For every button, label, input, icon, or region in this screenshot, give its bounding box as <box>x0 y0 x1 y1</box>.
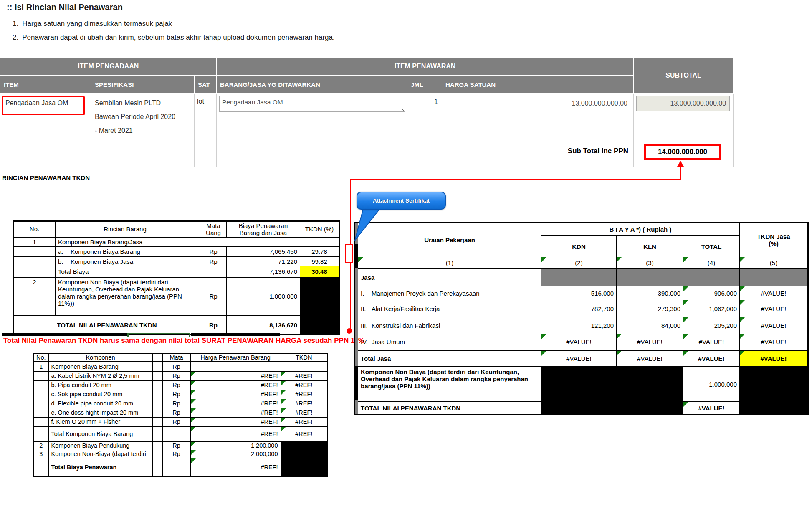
bt-row-label: b. Pipa conduit 20 mm <box>48 380 152 390</box>
note-number: 2. <box>13 33 18 42</box>
bt-row-mata: Rp <box>162 408 190 417</box>
rt-grand-tkdn-blocked <box>740 402 808 415</box>
rt-row-total: 906,000 <box>683 286 740 300</box>
lt-total-biaya-label: Total Biaya <box>56 266 195 277</box>
cell-value: 2,000,000 <box>251 451 278 457</box>
comment-flag-icon <box>281 408 286 413</box>
lt-r2-no: 2 <box>13 277 56 316</box>
bt-gap <box>152 450 162 458</box>
rt-gray-cell <box>541 269 617 286</box>
cell-value: (4) <box>708 259 715 266</box>
group-header-item-penawaran: ITEM PENAWARAN <box>217 58 634 76</box>
item-value: Pengadaan Jasa OM <box>5 99 68 106</box>
bt-header-no: No. <box>33 353 48 362</box>
rt-row-label: II.Alat Kerja/Fasilitas Kerja <box>358 300 541 317</box>
red-connector-horizontal <box>350 179 681 180</box>
attachment-sertifikat-callout: Attachment Sertifikat <box>357 192 446 210</box>
bt-gap <box>152 458 162 476</box>
cell-value: #REF! <box>295 382 312 388</box>
cell-value: #REF! <box>295 372 312 379</box>
rt-colnum: (1) <box>358 257 541 269</box>
row-label: Konstruksi dan Fabrikasi <box>372 322 440 329</box>
spesifikasi-line: Sembilan Mesin PLTD <box>95 96 194 110</box>
rt-nonbiaya-blocked <box>541 367 683 402</box>
comment-flag-icon <box>191 408 196 413</box>
bt-row-mata: Rp <box>162 441 190 450</box>
rt-row-tkdn: #VALUE! <box>740 286 808 300</box>
comment-flag-icon <box>191 381 196 386</box>
cell-value: #VALUE! <box>760 355 787 362</box>
lt-rb-tkdn: 99.82 <box>300 257 339 266</box>
comment-flag-icon <box>191 427 196 432</box>
rt-row-kln: #VALUE! <box>617 334 683 350</box>
gutter-strip-black-segment <box>355 366 358 400</box>
callout-tail-icon <box>353 206 383 242</box>
lt-empty <box>13 247 56 257</box>
rt-colnum: (5) <box>740 257 808 269</box>
note-item: 1.Harga satuan yang dimasukkan termasuk … <box>13 20 172 28</box>
rt-nonbiaya-total: 1,000,000 <box>683 367 740 402</box>
cell-spesifikasi: Sembilan Mesin PLTD Bawean Periode April… <box>91 94 195 167</box>
rt-row-label: IV.Jasa Umum <box>358 334 541 350</box>
lt-grand-tkdn-blocked <box>300 316 339 335</box>
bt-row-harga <box>190 362 281 371</box>
lt-gap <box>195 247 200 257</box>
bt-row-harga: #REF! <box>190 380 281 390</box>
bt-total-harga: #REF! <box>190 458 281 476</box>
comment-flag-icon <box>281 390 286 395</box>
bt-row-label: f. Klem O 20 mm + Fisher <box>48 417 152 426</box>
gutter-strip-black-segment <box>355 244 358 268</box>
underline-bar <box>191 333 280 336</box>
lt-grand-label: TOTAL NILAI PENAWARAN TKDN <box>13 316 200 335</box>
lt-header-mata: Mata Uang <box>200 221 227 237</box>
comment-flag-icon <box>683 286 688 291</box>
bt-row-tkdn: #REF! <box>281 380 327 390</box>
procurement-table: ITEM PENGADAAN ITEM PENAWARAN SUBTOTAL I… <box>0 57 733 167</box>
barang-textarea[interactable]: Pengadaan Jasa OM <box>219 96 405 112</box>
rt-header-biaya-group: B I A Y A *) ( Rupiah ) <box>541 223 740 236</box>
rt-row-tkdn: #VALUE! <box>740 300 808 317</box>
lt-header-rincian: Rincian Barang <box>56 221 195 237</box>
item-highlight-box: Pengadaan Jasa OM <box>2 96 85 115</box>
bt-row-label: Komponen Non-Biaya (dapat terdiri <box>48 450 152 458</box>
bt-row-tkdn-blocked <box>281 441 327 450</box>
bt-row-mata: Rp <box>162 390 190 399</box>
harga-satuan-input[interactable] <box>445 96 631 111</box>
cell-value: #REF! <box>261 372 278 379</box>
comment-flag-icon <box>191 372 196 377</box>
bt-gap <box>152 399 162 408</box>
bt-row-mata: Rp <box>162 380 190 390</box>
subtotal-input[interactable] <box>636 96 730 111</box>
red-attachment-marker-box <box>345 244 353 263</box>
comment-flag-icon <box>683 317 688 322</box>
bt-row-tkdn: #REF! <box>281 417 327 426</box>
bt-row-tkdn: #REF! <box>281 399 327 408</box>
spesifikasi-line: - Maret 2021 <box>95 124 194 137</box>
cell-value: #REF! <box>261 464 278 471</box>
rt-header-uraian: Uraian Pekerjaan <box>358 223 541 257</box>
rt-gray-cell <box>617 269 683 286</box>
comment-flag-icon <box>683 334 688 339</box>
comment-flag-icon <box>683 402 688 407</box>
page-title: :: Isi Rincian Nilai Penawaran <box>7 3 123 12</box>
rt-header-tkdn-line2: (%) <box>742 240 805 247</box>
row-label: Komponen Biaya Jasa <box>71 258 133 265</box>
cell-value: #VALUE! <box>761 322 787 329</box>
rt-header-kdn: KDN <box>541 236 617 257</box>
comment-flag-icon <box>541 257 546 262</box>
bt-row-no <box>33 426 48 441</box>
cell-value: (5) <box>770 259 777 266</box>
bt-total-tkdn-blocked <box>281 458 327 476</box>
bt-row-no <box>33 380 48 390</box>
lt-r2-label: Komponen Non Biaya (dapat terdiri dari K… <box>56 277 195 316</box>
bt-row-tkdn <box>281 362 327 371</box>
bt-row-harga: #REF! <box>190 417 281 426</box>
col-header-harga: HARGA SATUAN <box>442 76 634 94</box>
group-header-item-pengadaan: ITEM PENGADAAN <box>0 58 217 76</box>
lt-r2-tkdn-blocked <box>300 277 339 316</box>
lt-gap <box>195 257 200 266</box>
lt-header-no: No. <box>13 221 56 237</box>
bt-row-no: 2 <box>33 441 48 450</box>
lt-ra-mata: Rp <box>200 247 227 257</box>
lt-gap <box>195 277 200 316</box>
